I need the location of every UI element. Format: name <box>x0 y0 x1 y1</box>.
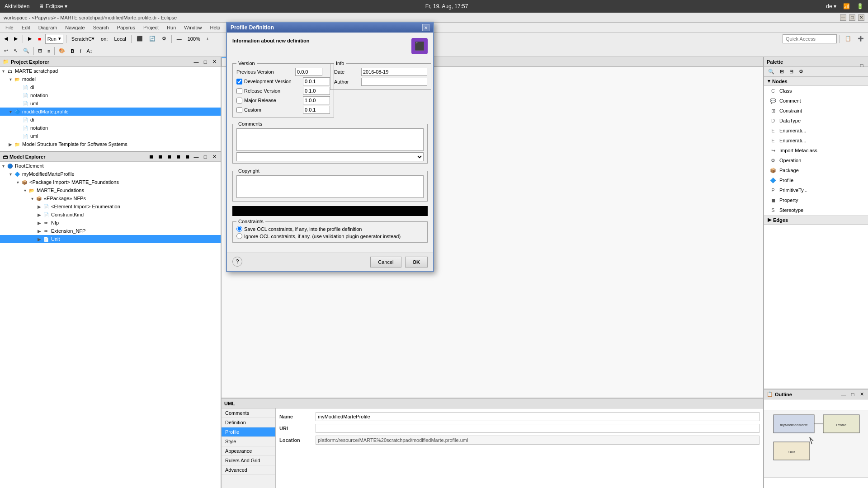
ocl-save-radio[interactable] <box>236 226 242 232</box>
toolbar-navigate-btn[interactable]: ⬛ <box>134 34 145 44</box>
dev-version-input[interactable] <box>303 77 330 85</box>
expand-model-structure[interactable]: ▶ <box>7 141 14 147</box>
dialog-cancel-button[interactable]: Cancel <box>370 257 401 267</box>
tree-item-el-import-enum[interactable]: ▶ 📄 <Element Import> Enumeration <box>0 202 221 211</box>
uml-tab-rulers[interactable]: Rulers And Grid <box>222 456 275 465</box>
palette-minimize-btn[interactable]: — <box>858 57 865 62</box>
palette-item-stereotype[interactable]: S Stereotype <box>764 205 868 215</box>
expand-unit[interactable]: ▶ <box>36 236 42 242</box>
palette-item-class[interactable]: C Class <box>764 86 868 96</box>
tree-item-model-notation[interactable]: 📄 notation <box>0 91 221 99</box>
tree-item-modified-profile[interactable]: ▾ 🔷 modifiedMarte.profile <box>0 108 221 116</box>
close-window-button[interactable]: ✕ <box>858 14 864 21</box>
props-uri-input[interactable] <box>316 424 760 433</box>
menu-navigate[interactable]: Navigate <box>61 24 88 31</box>
comments-select[interactable] <box>236 152 424 161</box>
expand-marte-scratchpad[interactable]: ▾ <box>0 68 6 74</box>
tree-item-profile-uml[interactable]: 📄 uml <box>0 132 221 140</box>
me-btn5[interactable]: ◼ <box>184 153 191 160</box>
tree-item-model-uml[interactable]: 📄 uml <box>0 99 221 108</box>
release-version-checkbox[interactable] <box>236 88 242 94</box>
menu-help[interactable]: Help <box>206 24 224 31</box>
comments-textarea[interactable] <box>236 128 424 151</box>
ocl-ignore-radio[interactable] <box>236 233 242 239</box>
palette-item-constraint[interactable]: ⊞ Constraint <box>764 106 868 116</box>
me-btn4[interactable]: ◼ <box>175 153 182 160</box>
me-btn3[interactable]: ◼ <box>165 153 173 160</box>
outline-maximize-btn[interactable]: □ <box>849 391 856 398</box>
scratch-combo[interactable]: ScratchC▾ <box>69 34 97 44</box>
props-location-input[interactable] <box>316 436 760 445</box>
expand-ck[interactable]: ▶ <box>36 211 42 218</box>
uml-tab-advanced[interactable]: Advanced <box>222 465 275 475</box>
run-dropdown-icon[interactable]: ▾ <box>58 36 61 42</box>
me-maximize-btn[interactable]: □ <box>202 153 209 160</box>
expand-el-import-enum[interactable]: ▶ <box>36 203 42 210</box>
me-minimize-btn[interactable]: — <box>193 153 200 160</box>
tree-item-marte-foundations[interactable]: ▾ 📂 MARTE_Foundations <box>0 186 221 194</box>
project-explorer-maximize-btn[interactable]: □ <box>202 58 209 66</box>
toolbar-new-perspective-btn[interactable]: ➕ <box>855 34 866 44</box>
toolbar-run-button[interactable]: ▶ <box>26 34 34 44</box>
tree-item-model[interactable]: ▾ 📂 model <box>0 75 221 83</box>
date-input[interactable] <box>361 68 427 76</box>
menu-edit[interactable]: Edit <box>18 24 34 31</box>
dialog-close-button[interactable]: ✕ <box>422 24 429 31</box>
me-btn1[interactable]: ◼ <box>147 153 155 160</box>
profile-definition-dialog[interactable]: Profile Definition ✕ Information about n… <box>226 22 434 272</box>
palette-layout-btn[interactable]: ⊞ <box>778 67 786 77</box>
toolbar-forward-button[interactable]: ▶ <box>12 34 20 44</box>
custom-input[interactable] <box>303 106 330 114</box>
tb2-zoom[interactable]: 🔍 <box>21 46 32 56</box>
tb2-bold[interactable]: B <box>68 46 76 56</box>
dialog-help-button[interactable]: ? <box>232 257 242 267</box>
palette-item-import-metaclass[interactable]: ↪ Import Metaclass <box>764 145 868 155</box>
expand-root[interactable]: ▾ <box>0 163 6 169</box>
props-name-input[interactable] <box>316 412 760 421</box>
tb2-layout[interactable]: ⊞ <box>36 46 44 56</box>
palette-edges-header[interactable]: ▶ Edges <box>764 216 868 225</box>
tb2-italic[interactable]: I <box>77 46 83 56</box>
tb2-font-size[interactable]: A↕ <box>84 46 94 56</box>
palette-item-package[interactable]: 📦 Package <box>764 165 868 175</box>
quick-access-input[interactable] <box>783 34 837 43</box>
os-eclipse-menu[interactable]: 🖥 Eclipse ▾ <box>38 3 67 9</box>
tree-item-profile-notation[interactable]: 📄 notation <box>0 124 221 132</box>
tree-item-extension-nfp[interactable]: ▶ ✏ Extension_NFP <box>0 227 221 235</box>
uml-tab-comments[interactable]: Comments <box>222 408 275 418</box>
local-button[interactable]: Local <box>112 34 128 44</box>
os-lang[interactable]: de ▾ <box>826 3 836 9</box>
dev-version-checkbox[interactable] <box>236 79 242 84</box>
menu-papyrus[interactable]: Papyrus <box>113 24 139 31</box>
palette-item-comment[interactable]: 💬 Comment <box>764 96 868 106</box>
project-explorer-close-btn[interactable]: ✕ <box>211 58 218 66</box>
me-btn2[interactable]: ◼ <box>156 153 164 160</box>
release-version-input[interactable] <box>303 87 330 95</box>
model-tree[interactable]: ▾ 🔵 RootElement ▾ 🔷 myModifiedMarteProfi… <box>0 162 221 488</box>
expand-model[interactable]: ▾ <box>7 76 14 82</box>
expand-my-profile[interactable]: ▾ <box>7 171 14 177</box>
tree-item-unit[interactable]: ▶ 📄 Unit <box>0 235 221 243</box>
palette-nodes-header[interactable]: ▾ Nodes <box>764 77 868 86</box>
tree-item-constraint-kind[interactable]: ▶ 📄 ConstraintKind <box>0 211 221 219</box>
menu-run[interactable]: Run <box>163 24 179 31</box>
palette-collapse-btn[interactable]: ⊟ <box>787 67 796 77</box>
palette-item-enum2[interactable]: E Enumerati... <box>764 136 868 145</box>
me-close-btn[interactable]: ✕ <box>211 153 218 160</box>
tree-item-root[interactable]: ▾ 🔵 RootElement <box>0 162 221 170</box>
toolbar-settings-btn[interactable]: ⚙ <box>160 34 169 44</box>
tree-item-pkg-import[interactable]: ▾ 📦 <Package Import> MARTE_Foundations <box>0 178 221 186</box>
expand-modified-profile[interactable]: ▾ <box>7 108 14 115</box>
tb2-arrow[interactable]: ↩ <box>2 46 10 56</box>
project-tree[interactable]: ▾ 🗂 MARTE scratchpad ▾ 📂 model 📄 <box>0 67 221 151</box>
toolbar-stop-button[interactable]: ■ <box>36 34 43 44</box>
toolbar-zoom-out-btn[interactable]: — <box>175 34 184 44</box>
toolbar-perspective-btn[interactable]: 📋 <box>843 34 854 44</box>
tb2-select[interactable]: ↖ <box>11 46 20 56</box>
palette-item-primitivetype[interactable]: P PrimitiveTy... <box>764 185 868 195</box>
tb2-align[interactable]: ≡ <box>45 46 52 56</box>
dialog-ok-button[interactable]: OK <box>405 257 428 267</box>
tree-item-my-profile[interactable]: ▾ 🔷 myModifiedMarteProfile <box>0 170 221 178</box>
prev-version-input[interactable] <box>295 68 322 76</box>
author-input[interactable] <box>361 78 427 86</box>
